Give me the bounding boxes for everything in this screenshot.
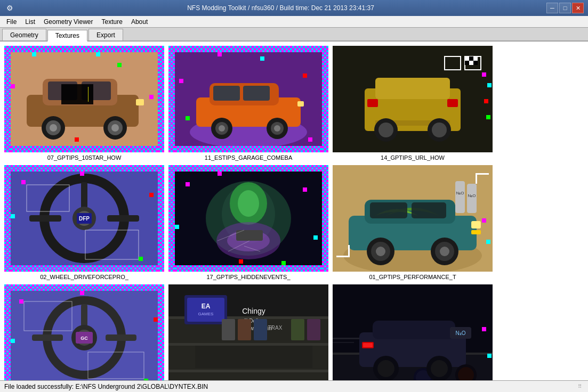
svg-rect-174 [333, 342, 354, 343]
svg-rect-35 [260, 56, 264, 61]
svg-rect-140 [168, 370, 328, 372]
hidden-events-17 [175, 172, 322, 265]
tab-export[interactable]: Export [88, 29, 123, 40]
svg-rect-12 [11, 84, 15, 88]
svg-rect-34 [218, 52, 222, 56]
status-bar: File loaded successfully: E:\NFS Undergr… [0, 380, 588, 392]
menu-file[interactable]: File [2, 16, 21, 27]
svg-rect-52 [469, 56, 473, 61]
svg-text:EA: EA [202, 303, 211, 310]
svg-rect-91 [239, 259, 243, 264]
svg-rect-74 [80, 172, 84, 176]
svg-point-48 [432, 123, 447, 137]
svg-rect-115 [476, 173, 477, 184]
grid-item-night[interactable]: N₂O [333, 284, 493, 380]
menu-geometry-viewer[interactable]: Geometry Viewer [39, 16, 97, 27]
svg-rect-25 [243, 86, 270, 101]
svg-text:GC: GC [80, 336, 88, 341]
svg-rect-154 [195, 346, 312, 368]
menu-list[interactable]: List [21, 16, 39, 27]
svg-rect-58 [487, 83, 492, 87]
thumb-02: DFP [4, 165, 164, 272]
svg-rect-153 [307, 319, 320, 340]
svg-rect-114 [476, 173, 489, 175]
grid-row-3: GC [4, 284, 584, 380]
resize-grip[interactable]: ⠿ [575, 382, 584, 391]
close-button[interactable]: ✕ [572, 3, 584, 13]
svg-rect-55 [469, 61, 473, 65]
svg-text:N₂O: N₂O [456, 330, 466, 336]
grid-item-ea[interactable]: EA GAMES TRAX Chingy "I Do" PowerBallin' [168, 284, 328, 380]
svg-rect-76 [149, 193, 154, 197]
menu-texture[interactable]: Texture [98, 16, 127, 27]
wheel-image-02: DFP [11, 172, 158, 265]
ea-image: EA GAMES TRAX Chingy "I Do" PowerBallin' [168, 284, 328, 380]
maximize-button[interactable]: □ [559, 3, 571, 13]
menu-bar: File List Geometry Viewer Texture About [0, 16, 588, 28]
svg-point-10 [111, 124, 119, 132]
svg-rect-92 [281, 261, 286, 265]
label-01: 01_GPTIPS_PERFORMANCE_T [369, 274, 456, 280]
grid-item-01[interactable]: N₂O N₂O [333, 165, 493, 280]
svg-rect-152 [291, 319, 304, 340]
svg-rect-100 [370, 202, 407, 218]
car-image-11 [175, 52, 322, 146]
svg-rect-60 [486, 115, 490, 119]
tab-textures[interactable]: Textures [47, 30, 87, 42]
svg-rect-162 [363, 343, 373, 347]
app-icon: ⚙ [4, 3, 15, 13]
thumb-11 [168, 46, 328, 152]
svg-point-172 [431, 360, 448, 377]
svg-rect-122 [81, 304, 87, 328]
svg-rect-132 [80, 291, 84, 295]
svg-rect-36 [303, 74, 307, 78]
svg-rect-175 [482, 327, 486, 331]
label-02: 02_WHEEL_DRIVEFORCEPRO_ [40, 274, 128, 280]
thumb-14 [333, 46, 493, 152]
svg-text:N₂O: N₂O [456, 191, 464, 195]
svg-rect-88 [303, 187, 307, 192]
svg-rect-24 [213, 86, 240, 101]
tab-geometry[interactable]: Geometry [2, 29, 46, 40]
car-image-07 [11, 52, 158, 146]
svg-point-31 [274, 125, 280, 132]
svg-rect-131 [19, 299, 23, 304]
gc-image: GC [11, 291, 158, 380]
svg-rect-65 [29, 215, 61, 222]
night-car-image: N₂O [333, 284, 493, 380]
svg-rect-109 [471, 230, 481, 234]
texture-grid[interactable]: 07_GPTIPS_10STAR_HOW [0, 42, 588, 380]
title-bar-text: NFS Modding Toolkit / nfsu360 / Build ti… [15, 4, 546, 12]
svg-rect-16 [149, 95, 154, 99]
title-bar: ⚙ NFS Modding Toolkit / nfsu360 / Build … [0, 0, 588, 16]
grid-item-gc[interactable]: GC [4, 284, 164, 380]
grid-row-1: 07_GPTIPS_10STAR_HOW [4, 46, 584, 161]
svg-rect-110 [455, 181, 465, 213]
label-11: 11_ESTIPS_GARAGE_COMEBA [205, 154, 292, 161]
svg-rect-54 [465, 61, 469, 65]
grid-item-17[interactable]: 17_GPTIPS_HIDDENEVENTS_ [168, 165, 328, 280]
label-07: 07_GPTIPS_10STAR_HOW [47, 154, 122, 161]
svg-rect-73 [21, 180, 26, 184]
thumb-gc: GC [4, 284, 164, 380]
svg-rect-116 [336, 256, 350, 257]
svg-rect-90 [313, 235, 318, 240]
svg-rect-124 [106, 334, 136, 341]
svg-rect-149 [222, 319, 235, 340]
svg-rect-43 [447, 99, 458, 107]
status-text: File loaded successfully: E:\NFS Undergr… [4, 383, 575, 390]
svg-rect-123 [32, 334, 63, 341]
label-14: 14_GPTIPS_URL_HOW [381, 154, 445, 161]
svg-rect-108 [471, 221, 481, 228]
grid-item-11[interactable]: 11_ESTIPS_GARAGE_COMEBA [168, 46, 328, 161]
menu-about[interactable]: About [127, 16, 152, 27]
svg-point-107 [440, 247, 449, 256]
grid-item-02[interactable]: DFP [4, 165, 164, 280]
svg-rect-57 [482, 72, 486, 77]
grid-item-14[interactable]: 14_GPTIPS_URL_HOW [333, 46, 493, 161]
grid-item-07[interactable]: 07_GPTIPS_10STAR_HOW [4, 46, 164, 161]
car-image-01: N₂O N₂O [333, 165, 493, 272]
svg-rect-13 [32, 52, 36, 56]
svg-point-170 [377, 360, 394, 377]
minimize-button[interactable]: ─ [546, 3, 558, 13]
